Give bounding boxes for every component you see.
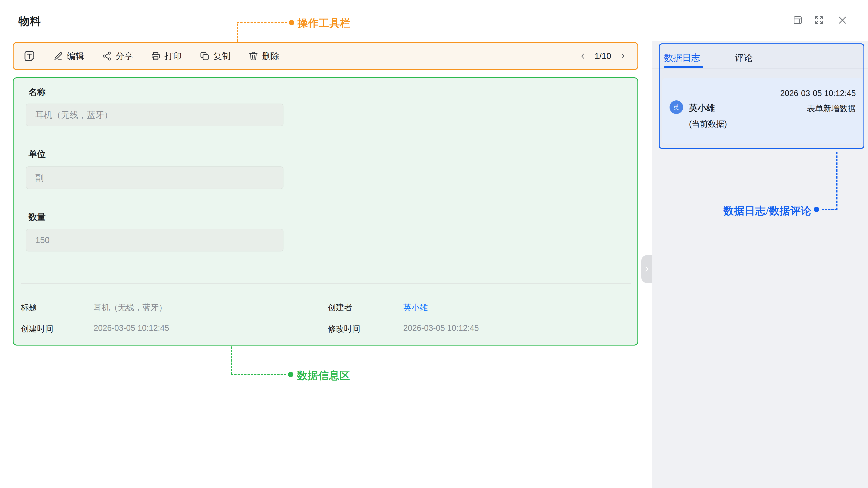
chevron-left-icon[interactable] xyxy=(579,52,587,60)
log-current-data-note: (当前数据) xyxy=(689,119,727,129)
panel-layout-button[interactable] xyxy=(792,14,803,26)
form-callout-hline xyxy=(231,374,286,375)
form-meta-divider xyxy=(21,283,631,283)
delete-button-label: 删除 xyxy=(262,51,279,62)
fullscreen-expand-icon xyxy=(814,15,824,25)
meta-creator-label: 创建者 xyxy=(328,302,352,313)
toolbar-callout-label: 操作工具栏 xyxy=(298,16,350,30)
pencil-icon xyxy=(53,51,63,61)
print-button-label: 打印 xyxy=(164,51,182,62)
field-label-unit: 单位 xyxy=(29,148,46,160)
panel-callout-label: 数据日志/数据评论 xyxy=(712,204,811,218)
form-callout-vline xyxy=(231,346,232,374)
copy-button[interactable]: 复制 xyxy=(199,51,230,62)
trash-icon xyxy=(248,51,258,61)
form-callout-dot xyxy=(288,372,293,377)
tab-data-log[interactable]: 数据日志 xyxy=(664,52,700,64)
toolbar-callout-dot xyxy=(289,20,294,25)
share-button-label: 分享 xyxy=(116,51,133,62)
toolbar-callout-hline xyxy=(237,22,287,23)
log-action-text: 表单新增数据 xyxy=(769,103,856,114)
fullscreen-button[interactable] xyxy=(813,14,825,26)
delete-button[interactable]: 删除 xyxy=(248,51,279,62)
log-timestamp: 2026-03-05 10:12:45 xyxy=(723,89,856,98)
action-toolbar: 编辑 分享 打印 xyxy=(13,42,638,70)
copy-icon xyxy=(199,51,210,61)
page-title: 物料 xyxy=(19,14,41,29)
edit-button[interactable]: 编辑 xyxy=(53,51,84,62)
meta-modified-value: 2026-03-05 10:12:45 xyxy=(403,324,479,333)
avatar: 英 xyxy=(670,100,683,114)
panel-collapse-handle[interactable] xyxy=(641,255,652,283)
share-icon xyxy=(102,51,112,61)
chevron-right-icon xyxy=(643,265,651,273)
field-value-name: 耳机（无线，蓝牙） xyxy=(26,103,283,126)
meta-modified-label: 修改时间 xyxy=(328,324,360,334)
meta-title-label: 标题 xyxy=(21,302,37,313)
meta-created-label: 创建时间 xyxy=(21,324,53,334)
copy-button-label: 复制 xyxy=(213,51,230,62)
tabs-divider xyxy=(652,68,868,68)
field-label-quantity: 数量 xyxy=(29,211,46,223)
log-user-name: 英小雄 xyxy=(689,102,715,114)
pagination-current: 1/10 xyxy=(594,51,611,61)
meta-title-value: 耳机（无线，蓝牙） xyxy=(94,302,167,313)
edit-button-label: 编辑 xyxy=(67,51,84,62)
record-detail-window: 物料 数据日志 评论 2026-03-05 10:12:45 英 英小雄 表单 xyxy=(0,0,868,488)
printer-icon xyxy=(151,51,161,61)
meta-created-value: 2026-03-05 10:12:45 xyxy=(94,324,169,333)
close-x-icon xyxy=(837,15,848,25)
field-value-unit: 副 xyxy=(26,166,283,189)
panel-callout-hline xyxy=(822,209,837,210)
active-tab-underline xyxy=(664,66,703,68)
chevron-right-icon[interactable] xyxy=(619,52,627,60)
field-label-name: 名称 xyxy=(29,86,46,98)
form-callout-label: 数据信息区 xyxy=(297,369,350,383)
text-detail-icon xyxy=(24,50,35,62)
panel-callout-dot xyxy=(814,207,819,212)
record-pagination: 1/10 xyxy=(579,51,627,61)
field-value-quantity: 150 xyxy=(26,229,283,251)
close-button[interactable] xyxy=(837,14,848,26)
meta-creator-link[interactable]: 英小雄 xyxy=(403,302,428,313)
share-button[interactable]: 分享 xyxy=(102,51,133,62)
toolbar-callout-vline xyxy=(237,24,238,41)
print-button[interactable]: 打印 xyxy=(151,51,182,62)
panel-callout-vline xyxy=(836,152,837,210)
tab-comments[interactable]: 评论 xyxy=(735,52,753,64)
panel-layout-icon xyxy=(793,15,803,25)
text-detail-button[interactable] xyxy=(24,50,35,62)
